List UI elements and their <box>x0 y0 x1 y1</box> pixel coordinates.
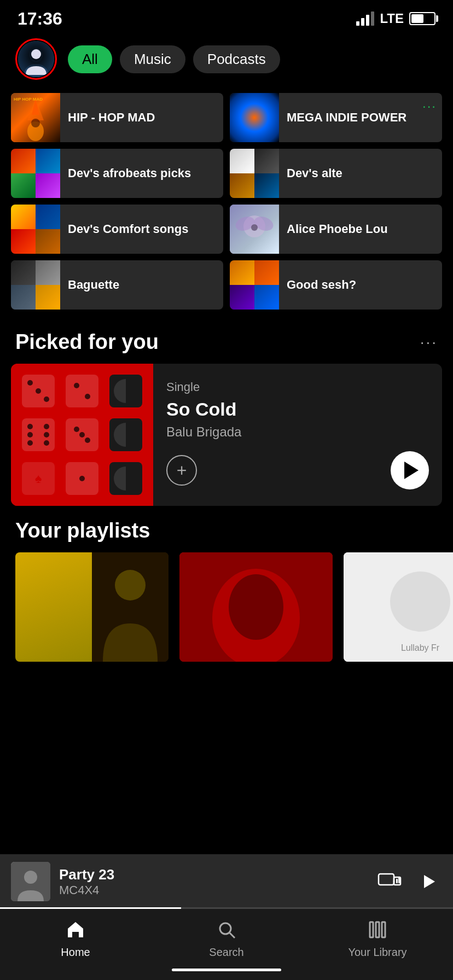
svg-point-15 <box>251 224 258 231</box>
svg-text:Lullaby Fr: Lullaby Fr <box>401 643 440 652</box>
signal-icon <box>356 11 374 26</box>
now-playing-controls <box>378 868 442 895</box>
svg-point-28 <box>27 424 33 429</box>
svg-point-9 <box>31 119 40 127</box>
connect-device-icon[interactable] <box>378 872 402 891</box>
nav-home[interactable]: Home <box>0 918 151 959</box>
grid-thumb-megaindie <box>230 93 279 142</box>
play-icon <box>404 462 419 479</box>
dots-menu-megaindie[interactable]: ··· <box>422 98 437 114</box>
svg-point-20 <box>44 396 49 402</box>
grid-label-hiphop: HIP - HOP MAD <box>60 110 223 126</box>
svg-point-49 <box>115 570 146 600</box>
svg-rect-65 <box>370 922 373 937</box>
grid-item-afrobeats[interactable]: Dev's afrobeats picks <box>11 149 223 198</box>
nav-library-label: Your Library <box>348 946 406 959</box>
avatar-container[interactable] <box>15 38 57 80</box>
now-playing-artist: MC4X4 <box>59 883 369 897</box>
top-bar: All Music Podcasts <box>0 33 453 85</box>
filter-podcasts[interactable]: Podcasts <box>193 45 280 73</box>
grid-item-comfort[interactable]: Dev's Comfort songs <box>11 205 223 254</box>
svg-point-22 <box>74 383 79 388</box>
play-icon <box>424 875 435 888</box>
svg-point-33 <box>44 440 49 446</box>
battery-icon <box>409 12 435 25</box>
filter-all[interactable]: All <box>68 45 112 73</box>
grid-item-megaindie[interactable]: MEGA INDIE POWER ··· <box>230 93 442 142</box>
playlists-scroll: Lullaby Fr <box>0 552 453 673</box>
svg-point-63 <box>220 923 231 934</box>
picked-art: ♠ <box>11 364 153 506</box>
svg-point-23 <box>85 394 90 399</box>
your-playlists-header: Your playlists <box>0 506 453 552</box>
svg-point-4 <box>31 49 41 59</box>
svg-line-64 <box>230 933 235 938</box>
svg-rect-66 <box>376 922 379 937</box>
now-playing-play-button[interactable] <box>415 868 442 895</box>
svg-rect-61 <box>396 879 398 883</box>
grid-thumb-baguette <box>11 260 60 310</box>
library-icon <box>365 918 390 942</box>
playlist-item-1[interactable] <box>15 552 169 662</box>
grid-label-comfort: Dev's Comfort songs <box>60 221 223 237</box>
svg-rect-58 <box>379 874 394 885</box>
svg-rect-40 <box>126 423 138 447</box>
playlist-item-3[interactable]: Lullaby Fr <box>344 552 453 662</box>
svg-rect-21 <box>66 375 98 407</box>
nav-home-label: Home <box>61 946 90 959</box>
svg-point-37 <box>79 432 85 438</box>
picked-type: Single <box>166 380 429 394</box>
nav-library[interactable]: Your Library <box>302 918 453 959</box>
add-to-library-button[interactable]: + <box>166 455 197 486</box>
nav-search[interactable]: Search <box>151 918 302 959</box>
recently-played-grid: HIP HOP MAD HIP - HOP MAD MEGA INDIE POW… <box>0 85 453 317</box>
picked-for-you-header: Picked for you ··· <box>0 317 453 364</box>
grid-item-goodsesh[interactable]: Good sesh? <box>230 260 442 310</box>
grid-item-baguette[interactable]: Baguette <box>11 260 223 310</box>
grid-item-alte[interactable]: Dev's alte <box>230 149 442 198</box>
picked-more-dots[interactable]: ··· <box>420 334 438 351</box>
svg-point-54 <box>390 571 450 632</box>
grid-thumb-goodsesh <box>230 260 279 310</box>
picked-title: So Cold <box>166 399 429 420</box>
svg-point-36 <box>85 438 90 443</box>
status-icons: LTE <box>356 11 435 26</box>
bottom-nav: Home Search Your Library <box>0 909 453 980</box>
now-playing-title: Party 23 <box>59 866 369 883</box>
grid-item-hiphop[interactable]: HIP HOP MAD HIP - HOP MAD <box>11 93 223 142</box>
now-playing-info: Party 23 MC4X4 <box>59 866 369 897</box>
svg-point-18 <box>36 388 41 394</box>
grid-thumb-comfort <box>11 205 60 254</box>
your-playlists-title: Your playlists <box>15 519 150 542</box>
picked-card[interactable]: ♠ Single So Cold Balu Brigada + <box>11 364 442 506</box>
grid-thumb-alte <box>230 149 279 198</box>
filter-pills: All Music Podcasts <box>68 45 280 73</box>
playlist-item-2[interactable] <box>179 552 333 662</box>
svg-point-44 <box>79 476 85 481</box>
now-playing-bar[interactable]: Party 23 MC4X4 <box>0 854 453 909</box>
filter-music[interactable]: Music <box>120 45 185 73</box>
play-button[interactable] <box>391 451 429 489</box>
grid-label-afrobeats: Dev's afrobeats picks <box>60 166 223 182</box>
grid-label-alte: Dev's alte <box>279 166 442 182</box>
grid-thumb-afrobeats <box>11 149 60 198</box>
svg-point-30 <box>27 432 33 438</box>
svg-point-57 <box>24 871 37 884</box>
svg-rect-47 <box>126 466 138 491</box>
svg-point-19 <box>27 380 33 386</box>
svg-rect-62 <box>398 878 400 883</box>
svg-point-29 <box>44 424 49 429</box>
grid-label-baguette: Baguette <box>60 277 223 293</box>
svg-rect-67 <box>382 922 385 937</box>
now-playing-thumb <box>11 862 50 901</box>
search-icon <box>214 918 239 942</box>
status-time: 17:36 <box>18 9 62 29</box>
grid-item-alice[interactable]: Alice Phoebe Lou <box>230 205 442 254</box>
svg-text:♠: ♠ <box>35 471 42 486</box>
picked-info: Single So Cold Balu Brigada + <box>153 364 442 506</box>
svg-rect-26 <box>126 379 138 403</box>
avatar[interactable] <box>18 41 54 77</box>
grid-label-alice: Alice Phoebe Lou <box>279 221 442 237</box>
home-icon <box>63 918 88 942</box>
grid-label-goodsesh: Good sesh? <box>279 277 442 293</box>
